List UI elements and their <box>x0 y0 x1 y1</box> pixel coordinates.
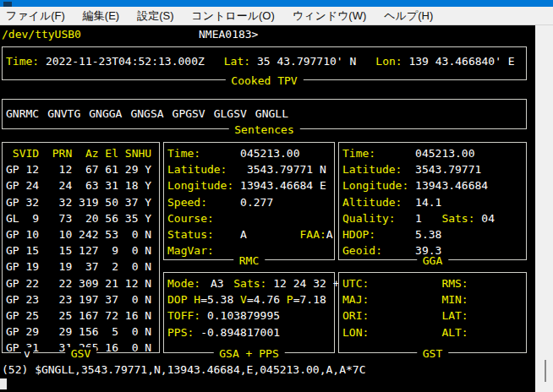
satellite-row: GP 2323197370N <box>6 291 159 308</box>
sat-svid: GP 15 <box>6 242 39 259</box>
sat-prn: 12 <box>39 161 72 177</box>
col-prn: PRN <box>39 145 72 161</box>
tpv-lon-label: Lon: <box>375 55 402 68</box>
sat-el: 37 <box>99 291 118 308</box>
satellite-row: GP 22223092112N <box>6 275 159 291</box>
mode-value: A3 <box>211 275 224 291</box>
tpv-lon: Lon: 139 43.466840' E <box>375 55 514 68</box>
sat-el: 2 <box>99 259 118 275</box>
sat-el: 72 <box>99 308 118 324</box>
sat-sn: 12 <box>118 275 138 291</box>
sat-prn: 23 <box>39 291 72 308</box>
nmea-sentence-line: (52) $GNGLL,3543.79771,N,13943.46684,E,0… <box>2 363 365 376</box>
rmc-time-row: Time:045213.00 <box>167 145 334 161</box>
gga-longitude-row: Longitude:13943.46684 <box>342 177 526 193</box>
sat-az: 20 <box>72 210 98 226</box>
gga-latitude-row: Latitude:3543.79771 <box>342 161 526 177</box>
sat-hu: N <box>138 226 151 242</box>
field-value: 1 <box>415 210 441 226</box>
sat-hu: N <box>138 308 151 324</box>
hdop-label: H <box>194 291 200 308</box>
sat-az: 37 <box>72 259 98 275</box>
sentence-item: GPGSV <box>172 107 205 120</box>
lon-label: LON: <box>342 324 441 340</box>
sat-el: 61 <box>99 161 118 177</box>
scroll-down-indicator: v <box>21 347 33 360</box>
scrollbar-thumb[interactable] <box>545 360 546 382</box>
sat-sn: 0 <box>118 291 138 308</box>
field-label: Status: <box>167 226 240 242</box>
tpv-lat-value: 35 43.797710' N <box>257 55 356 68</box>
sats-value: 04 <box>481 210 495 226</box>
tpv-time-label: Time: <box>6 55 39 68</box>
field-label: Time: <box>167 145 240 161</box>
gga-hdop-row: HDOP:5.38 <box>342 226 526 242</box>
rmc-title: RMC <box>233 254 265 267</box>
sat-az: 319 <box>72 194 98 210</box>
pps-label: PPS: <box>167 324 194 340</box>
sat-sn: 37 <box>118 194 138 210</box>
gga-time-row: Time:045213.00 <box>342 145 526 161</box>
satellite-row: GP 19193720N <box>6 259 159 275</box>
sat-az: 67 <box>72 161 98 177</box>
vertical-scrollbar[interactable] <box>535 25 553 392</box>
tpv-time-value: 2022-11-23T04:52:13.000Z <box>46 55 205 68</box>
menu-item-help[interactable]: ヘルプ(H) <box>382 8 435 24</box>
sat-prn: 15 <box>39 242 72 259</box>
terminal-header-row: /dev/ttyUSB0 NMEA0183> <box>2 28 81 41</box>
sat-prn: 24 <box>39 177 72 193</box>
field-value: 13943.46684 <box>415 177 488 193</box>
vdop-value: =4.76 <box>247 291 280 308</box>
field-label: Longitude: <box>167 177 240 193</box>
col-az: Az <box>72 145 98 161</box>
sentence-item: GNGSA <box>130 107 163 120</box>
sentence-item: GNVTG <box>47 107 80 120</box>
faa-value: A <box>326 226 333 242</box>
sat-el: 56 <box>99 210 118 226</box>
pdop-label: P <box>287 291 293 308</box>
sat-hu: Y <box>138 194 151 210</box>
menu-item-setup[interactable]: 設定(S) <box>135 8 175 24</box>
tpv-time: Time: 2022-11-23T04:52:13.000Z <box>6 55 205 68</box>
gga-title: GGA <box>417 254 448 267</box>
dop-label: DOP <box>167 291 187 308</box>
pps-value: -0.894817001 <box>200 324 280 340</box>
sentences-title: Sentences <box>228 123 299 136</box>
gst-row: ORI:LAT: <box>342 308 526 324</box>
menu-bar: ファイル(F) 編集(E) 設定(S) コントロール(O) ウィンドウ(W) ヘ… <box>0 7 553 25</box>
field-value: 045213.00 <box>415 145 474 161</box>
gsa-dop-row: DOPH=5.38V=4.76P=7.18 <box>167 291 334 308</box>
sat-sn: 18 <box>118 177 138 193</box>
rmc-panel: Time:045213.00 Latitude: 3543.79771 N Lo… <box>163 142 335 260</box>
col-el: El <box>99 145 118 161</box>
terminal-screen[interactable]: /dev/ttyUSB0 NMEA0183> Time: 2022-11-23T… <box>0 25 535 392</box>
gsv-panel: SVIDPRNAzElSNHU GP 1212676129Y GP 242463… <box>2 142 160 353</box>
field-label: Altitude: <box>342 194 415 210</box>
satellite-row: GP 2424633118Y <box>6 177 159 193</box>
sat-svid: GP 32 <box>6 194 39 210</box>
sat-sn: 0 <box>118 242 138 259</box>
sat-hu: N <box>138 259 151 275</box>
menu-item-file[interactable]: ファイル(F) <box>4 8 67 24</box>
sat-prn: 10 <box>39 226 72 242</box>
sats-label: Sats: <box>441 210 474 226</box>
sat-sn: 0 <box>118 226 138 242</box>
rms-label: RMS: <box>441 275 468 291</box>
toff-value: 0.103879995 <box>207 308 280 324</box>
gst-title: GST <box>417 347 448 360</box>
mode-label: Mode: <box>167 275 200 291</box>
field-value: 045213.00 <box>240 145 299 161</box>
title-bar <box>0 0 553 7</box>
menu-item-window[interactable]: ウィンドウ(W) <box>291 8 368 24</box>
sat-sn: 16 <box>118 308 138 324</box>
gga-altitude-row: Altitude:14.1 <box>342 194 526 210</box>
sat-az: 167 <box>72 308 98 324</box>
utc-label: UTC: <box>342 275 441 291</box>
sat-az: 156 <box>72 324 98 340</box>
menu-item-control[interactable]: コントロール(O) <box>190 8 276 24</box>
sat-hu: N <box>138 275 151 291</box>
gsa-pps-title: GSA + PPS <box>213 347 284 360</box>
sat-sn: 0 <box>118 324 138 340</box>
sat-hu: N <box>138 340 151 356</box>
menu-item-edit[interactable]: 編集(E) <box>81 8 121 24</box>
